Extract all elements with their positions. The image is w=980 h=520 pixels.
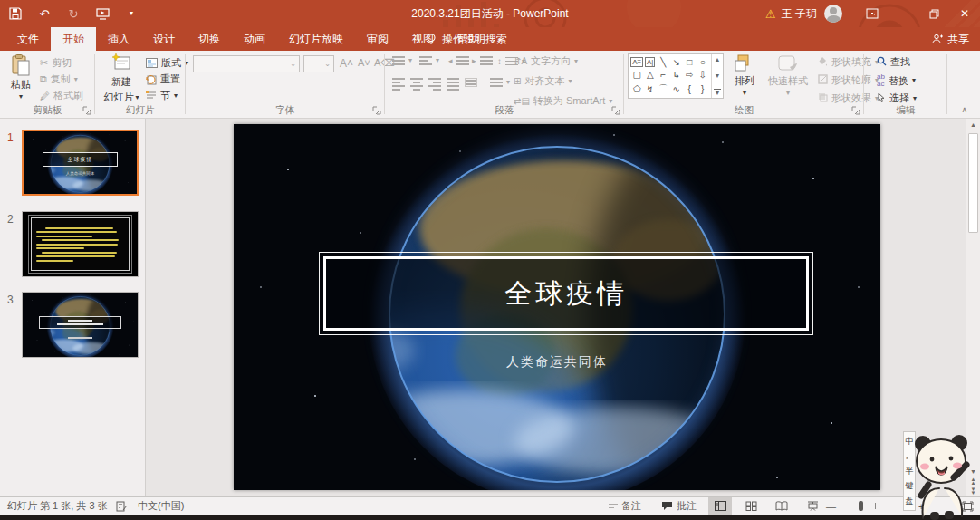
next-slide-button[interactable]: ▼▼ bbox=[971, 488, 976, 495]
select-button[interactable]: 选择▾ bbox=[877, 91, 917, 105]
cut-button[interactable]: ✂剪切 bbox=[40, 56, 72, 70]
shape-right-arrow-icon[interactable]: ⇨ bbox=[686, 70, 693, 80]
scroll-up-icon[interactable]: ▲ bbox=[970, 121, 976, 128]
find-button[interactable]: 查找 bbox=[877, 55, 910, 69]
shape-down-arrow-icon[interactable]: ⇩ bbox=[699, 70, 706, 80]
font-size-select[interactable]: ⌄ bbox=[303, 55, 334, 72]
format-painter-button[interactable]: 🖉格式刷 bbox=[40, 89, 83, 102]
close-button[interactable]: ✕ bbox=[949, 0, 980, 27]
tab-animations[interactable]: 动画 bbox=[232, 27, 277, 51]
increase-indent-button[interactable]: ▸ bbox=[472, 56, 493, 65]
arrange-button[interactable]: 排列▾ bbox=[731, 54, 758, 97]
shape-rectangle-icon[interactable]: □ bbox=[687, 57, 692, 67]
customize-qat-icon[interactable]: ▾ bbox=[123, 5, 139, 22]
shape-arc-icon[interactable]: ⌒ bbox=[658, 82, 668, 95]
font-dialog-launcher[interactable] bbox=[372, 106, 381, 115]
new-slide-button[interactable]: 新建 幻灯片▾ bbox=[102, 53, 140, 104]
columns-button[interactable]: ▾ bbox=[490, 78, 510, 87]
grow-font-button[interactable]: A˄ bbox=[340, 57, 353, 70]
zoom-slider-thumb[interactable] bbox=[859, 501, 863, 511]
drawing-dialog-launcher[interactable] bbox=[851, 106, 860, 115]
shape-curve-icon[interactable]: ∿ bbox=[673, 84, 680, 94]
slide-canvas[interactable]: 全球疫情 人类命运共同体 bbox=[234, 124, 880, 490]
tab-file[interactable]: 文件 bbox=[5, 27, 51, 51]
slide-thumbnail-2[interactable] bbox=[22, 211, 139, 277]
user-name[interactable]: 王 子玥 bbox=[782, 6, 817, 22]
numbering-button[interactable]: ▾ bbox=[419, 56, 439, 65]
shape-freeform-icon[interactable]: ⬠ bbox=[633, 84, 641, 94]
align-text-button[interactable]: ⊞对齐文本▾ bbox=[514, 74, 572, 88]
shape-rounded-rectangle-icon[interactable]: ▢ bbox=[633, 70, 641, 80]
layout-button[interactable]: 版式▾ bbox=[146, 56, 188, 70]
shrink-font-button[interactable]: A˅ bbox=[358, 57, 370, 68]
align-left-button[interactable] bbox=[392, 78, 405, 91]
tab-review[interactable]: 审阅 bbox=[355, 27, 400, 51]
slide-counter[interactable]: 幻灯片 第 1 张, 共 3 张 bbox=[7, 497, 108, 515]
slide-thumbnail-3[interactable] bbox=[22, 292, 139, 358]
shape-vertical-textbox-icon[interactable]: A| bbox=[645, 57, 655, 67]
save-icon[interactable] bbox=[7, 5, 24, 22]
section-button[interactable]: 节▾ bbox=[146, 89, 178, 102]
scroll-down-icon[interactable]: ▼ bbox=[970, 468, 976, 475]
text-direction-button[interactable]: ⇵A文字方向▾ bbox=[514, 54, 578, 68]
restore-button[interactable] bbox=[918, 0, 949, 27]
paste-dropdown[interactable]: ▾ bbox=[19, 93, 23, 101]
shape-scribble-icon[interactable]: ↯ bbox=[647, 84, 654, 94]
panda-pet-sticker[interactable] bbox=[912, 432, 970, 520]
bullets-button[interactable]: ▾ bbox=[392, 56, 412, 65]
shape-textbox-icon[interactable]: A≡ bbox=[630, 57, 643, 67]
redo-icon[interactable]: ↻ bbox=[65, 5, 82, 22]
justify-button[interactable] bbox=[447, 78, 459, 91]
slide-sorter-view-button[interactable] bbox=[739, 497, 763, 515]
reading-view-button[interactable] bbox=[770, 497, 793, 515]
shape-elbow-icon[interactable]: ⌐ bbox=[660, 70, 666, 80]
clipboard-dialog-launcher[interactable] bbox=[82, 106, 91, 115]
slideshow-view-button[interactable] bbox=[801, 497, 824, 515]
share-button[interactable]: 共享 bbox=[932, 27, 969, 51]
shape-elbow-arrow-icon[interactable]: ↳ bbox=[673, 70, 680, 80]
shapes-more-button[interactable]: ▼ bbox=[714, 89, 721, 96]
notes-button[interactable]: 备注 bbox=[609, 497, 641, 515]
decrease-indent-button[interactable]: ◂ bbox=[448, 56, 469, 65]
tab-slideshow[interactable]: 幻灯片放映 bbox=[277, 27, 355, 51]
ribbon-display-options-icon[interactable] bbox=[857, 0, 888, 27]
shape-gallery[interactable]: A≡ A| ╲ ↘ □ ○ ▢ △ ⌐ ↳ ⇨ ⇩ ⬠ ↯ ⌒ ∿ { bbox=[628, 53, 724, 99]
scrollbar-thumb[interactable] bbox=[968, 133, 978, 233]
shape-triangle-icon[interactable]: △ bbox=[647, 70, 654, 80]
normal-view-button[interactable] bbox=[708, 497, 732, 515]
shape-oval-icon[interactable]: ○ bbox=[700, 57, 706, 67]
tab-home[interactable]: 开始 bbox=[51, 27, 96, 51]
comments-button[interactable]: 批注 bbox=[661, 497, 697, 515]
replace-button[interactable]: abac替换▾ bbox=[877, 73, 916, 88]
shape-right-brace-icon[interactable]: } bbox=[701, 84, 704, 94]
slide-thumbnail-1[interactable]: 全球疫情 人类命运共同体 bbox=[22, 130, 139, 196]
collapse-ribbon-icon[interactable]: ∧ bbox=[961, 105, 967, 114]
minimize-button[interactable]: — bbox=[888, 0, 918, 27]
paste-button[interactable]: 粘贴 ▾ bbox=[7, 54, 34, 101]
quick-styles-button[interactable]: 快速样式▾ bbox=[764, 54, 812, 97]
shape-line-icon[interactable]: ╲ bbox=[660, 57, 666, 67]
avatar[interactable] bbox=[824, 5, 842, 23]
tab-transitions[interactable]: 切换 bbox=[187, 27, 232, 51]
language-status[interactable]: 中文(中国) bbox=[138, 497, 184, 515]
tab-insert[interactable]: 插入 bbox=[96, 27, 141, 51]
tell-me-search[interactable]: 操作说明搜索 bbox=[426, 27, 507, 51]
zoom-out-button[interactable]: — bbox=[826, 497, 836, 515]
reset-button[interactable]: 重置 bbox=[146, 72, 180, 86]
paragraph-dialog-launcher[interactable] bbox=[611, 106, 620, 115]
start-slideshow-icon[interactable] bbox=[94, 5, 110, 22]
distribute-button[interactable] bbox=[465, 78, 477, 87]
shape-left-brace-icon[interactable]: { bbox=[688, 84, 691, 94]
align-center-button[interactable] bbox=[410, 78, 423, 91]
copy-button[interactable]: ⧉复制▾ bbox=[40, 72, 78, 86]
shape-arrow-line-icon[interactable]: ↘ bbox=[673, 57, 680, 67]
tab-design[interactable]: 设计 bbox=[141, 27, 187, 51]
previous-slide-button[interactable]: ▲▲ bbox=[971, 478, 976, 485]
font-name-select[interactable]: ⌄ bbox=[193, 55, 300, 72]
shapes-scroll-down[interactable]: ▼ bbox=[715, 72, 721, 79]
shapes-scroll-up[interactable]: ▲ bbox=[715, 56, 721, 63]
title-placeholder[interactable]: 全球疫情 bbox=[319, 252, 813, 335]
undo-icon[interactable]: ↶ bbox=[36, 5, 53, 22]
align-right-button[interactable] bbox=[428, 78, 441, 91]
spellcheck-icon[interactable] bbox=[116, 497, 128, 515]
